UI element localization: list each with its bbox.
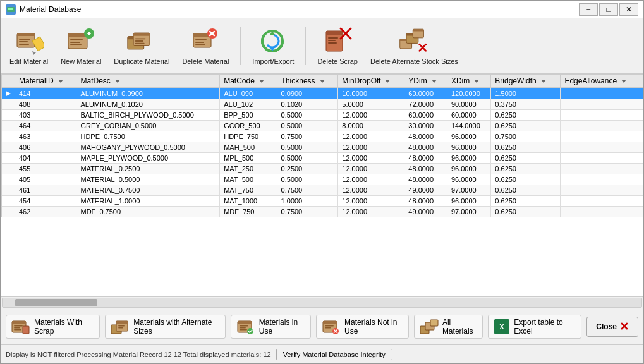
close-button[interactable]: Close ✕	[586, 317, 638, 337]
window-close-button[interactable]: ✕	[619, 3, 638, 16]
cell-matdesc: ALUMINUM_0.0900	[76, 88, 220, 99]
col-ydim[interactable]: YDim	[404, 75, 447, 88]
table-row[interactable]: 406MAHOGANY_PLYWOOD_0.5000MAH_5000.50001…	[1, 142, 643, 153]
cell-matcode: BPP_500	[220, 110, 277, 121]
material-table-container[interactable]: MaterialID MatDesc MatCode Thickness Min…	[1, 74, 643, 296]
col-material-id[interactable]: MaterialID	[15, 75, 76, 88]
table-row[interactable]: 463HDPE_0.7500HDPE_7500.750012.000048.00…	[1, 131, 643, 142]
table-row[interactable]: 454MATERIAL_1.0000MAT_10001.000012.00004…	[1, 196, 643, 207]
table-row[interactable]: 461MATERIAL_0.7500MAT_7500.750012.000049…	[1, 185, 643, 196]
cell-bridgewidth: 0.6250	[491, 153, 561, 164]
cell-thickness: 0.5000	[277, 142, 338, 153]
window-controls: − □ ✕	[579, 3, 638, 16]
verify-integrity-button[interactable]: Verify Material Database Integrity	[276, 349, 392, 360]
cell-edgeallowance	[561, 121, 643, 131]
cell-matcode: GCOR_500	[220, 121, 277, 131]
title-bar: Material Database − □ ✕	[1, 1, 643, 18]
close-x-icon: ✕	[619, 320, 629, 334]
row-indicator: ▶	[1, 88, 15, 99]
col-mat-desc[interactable]: MatDesc	[76, 75, 220, 88]
table-row[interactable]: ▶414ALUMINUM_0.0900ALU_0900.090010.00006…	[1, 88, 643, 99]
materials-not-in-use-button[interactable]: Materials Not in Use	[316, 315, 409, 339]
cell-edgeallowance	[561, 88, 643, 99]
filter-mindropoff-icon	[385, 80, 390, 83]
svg-rect-72	[325, 325, 334, 327]
all-materials-button[interactable]: All Materials	[414, 315, 483, 339]
col-mat-code[interactable]: MatCode	[220, 75, 277, 88]
svg-rect-24	[135, 43, 145, 44]
cell-materialid: 454	[15, 196, 76, 207]
import-export-icon	[258, 26, 288, 56]
duplicate-material-icon	[126, 26, 157, 56]
cell-bridgewidth: 0.6250	[491, 121, 561, 131]
cell-matdesc: MAHOGANY_PLYWOOD_0.5000	[76, 142, 220, 153]
svg-rect-21	[133, 33, 150, 36]
svg-rect-58	[23, 326, 29, 334]
col-mindropoff[interactable]: MinDropOff	[338, 75, 404, 88]
duplicate-material-button[interactable]: Duplicate Material	[110, 23, 173, 68]
svg-rect-39	[326, 31, 343, 35]
export-to-excel-button[interactable]: X Export table to Excel	[488, 315, 582, 339]
filter-thickness-icon	[320, 80, 325, 83]
cell-ydim: 48.0000	[404, 196, 447, 207]
delete-alt-stock-button[interactable]: Delete Alternate Stock Sizes	[367, 23, 462, 68]
close-label: Close	[596, 322, 617, 331]
maximize-button[interactable]: □	[599, 3, 618, 16]
materials-with-alt-sizes-button[interactable]: Materials with Alternate Sizes	[105, 315, 225, 339]
col-xdim[interactable]: XDim	[447, 75, 490, 88]
table-row[interactable]: 408ALUMINUM_0.1020ALU_1020.10205.000072.…	[1, 99, 643, 110]
scroll-thumb[interactable]	[15, 299, 97, 306]
cell-edgeallowance	[561, 207, 643, 217]
cell-xdim: 120.0000	[447, 88, 490, 99]
col-thickness[interactable]: Thickness	[277, 75, 338, 88]
col-indicator	[1, 75, 15, 88]
cell-bridgewidth: 0.7500	[491, 131, 561, 142]
svg-rect-22	[135, 38, 146, 39]
table-row[interactable]: 455MATERIAL_0.2500MAT_2500.250012.000048…	[1, 164, 643, 174]
col-edgeallowance[interactable]: EdgeAllowance	[561, 75, 643, 88]
table-row[interactable]: 404MAPLE_PLYWOOD_0.5000MPL_5000.500012.0…	[1, 153, 643, 164]
edit-material-button[interactable]: Edit Material	[6, 23, 52, 68]
import-export-button[interactable]: Import/Export	[248, 23, 298, 68]
cell-thickness: 1.0000	[277, 196, 338, 207]
horizontal-scrollbar[interactable]	[2, 298, 642, 308]
svg-rect-63	[118, 327, 123, 329]
row-indicator	[1, 121, 15, 131]
svg-rect-55	[14, 325, 23, 327]
cell-edgeallowance	[561, 99, 643, 110]
svg-rect-41	[328, 40, 336, 41]
cell-thickness: 0.5000	[277, 110, 338, 121]
table-row[interactable]: 464GREY_CORIAN_0.5000GCOR_5000.50008.000…	[1, 121, 643, 131]
table-row[interactable]: 462MDF_0.7500MDF_7500.750012.000049.0000…	[1, 207, 643, 217]
delete-material-label: Delete Material	[182, 58, 229, 66]
cell-matcode: MAT_750	[220, 185, 277, 196]
cell-bridgewidth: 0.6250	[491, 207, 561, 217]
table-row[interactable]: 403BALTIC_BIRCH_PLYWOOD_0.5000BPP_5000.5…	[1, 110, 643, 121]
table-row[interactable]: 405MATERIAL_0.5000MAT_5000.500012.000048…	[1, 174, 643, 185]
cell-thickness: 0.5000	[277, 153, 338, 164]
cell-thickness: 0.5000	[277, 121, 338, 131]
cell-ydim: 49.0000	[404, 207, 447, 217]
materials-in-use-button[interactable]: Materials in Use	[231, 315, 311, 339]
cell-mindropoff: 12.0000	[338, 174, 404, 185]
cell-xdim: 90.0000	[447, 99, 490, 110]
cell-matcode: MAT_1000	[220, 196, 277, 207]
svg-rect-14	[70, 44, 82, 46]
col-bridgewidth[interactable]: BridgeWidth	[491, 75, 561, 88]
window-title: Material Database	[20, 5, 81, 14]
cell-mindropoff: 12.0000	[338, 196, 404, 207]
cell-matcode: MAT_250	[220, 164, 277, 174]
materials-with-scrap-button[interactable]: Materials With Scrap	[6, 315, 100, 339]
cell-ydim: 48.0000	[404, 142, 447, 153]
minimize-button[interactable]: −	[579, 3, 598, 16]
svg-rect-54	[12, 321, 26, 324]
cell-bridgewidth: 0.6250	[491, 196, 561, 207]
cell-bridgewidth: 0.6250	[491, 142, 561, 153]
delete-material-button[interactable]: Delete Material	[178, 23, 233, 68]
cell-mindropoff: 12.0000	[338, 110, 404, 121]
cell-matdesc: MATERIAL_0.7500	[76, 185, 220, 196]
delete-scrap-button[interactable]: Delete Scrap	[313, 23, 361, 68]
new-material-button[interactable]: New Material	[57, 23, 105, 68]
row-indicator	[1, 153, 15, 164]
cell-mindropoff: 5.0000	[338, 99, 404, 110]
